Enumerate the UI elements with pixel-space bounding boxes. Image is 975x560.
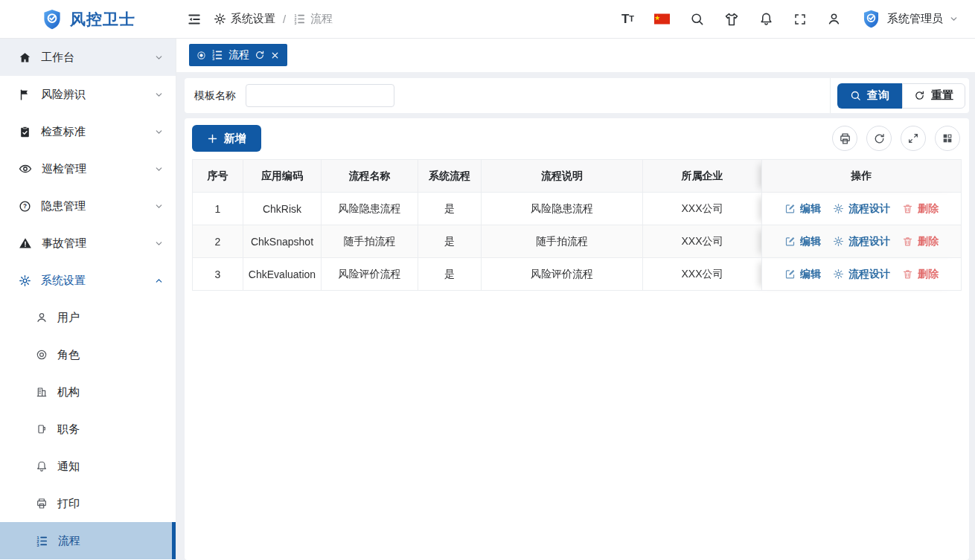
- header-no: 序号: [193, 160, 243, 193]
- user-menu[interactable]: 系统管理员: [861, 9, 959, 29]
- workflow-table: 序号 应用编码 流程名称 系统流程 流程说明 所属企业 操作 1 ChkRisk…: [192, 159, 962, 291]
- sidebar-item-accident-management[interactable]: 事故管理: [0, 225, 176, 262]
- sidebar-subitem-label: 流程: [58, 534, 80, 548]
- cell-flow-description: 随手拍流程: [482, 225, 643, 258]
- tab-workflow[interactable]: 123 流程: [189, 44, 287, 66]
- delete-link[interactable]: 删除: [902, 268, 939, 281]
- chevron-down-icon: [154, 90, 164, 100]
- cell-no: 2: [193, 225, 243, 258]
- cell-actions: 编辑 流程设计 删除: [762, 225, 962, 258]
- sidebar-subitem-organization[interactable]: 机构: [0, 373, 176, 411]
- add-button[interactable]: 新增: [192, 125, 261, 152]
- sidebar-subitem-roles[interactable]: 角色: [0, 336, 176, 373]
- flag-icon: [19, 88, 31, 101]
- cell-system-flow: 是: [418, 193, 482, 225]
- flow-design-link[interactable]: 流程设计: [833, 235, 890, 248]
- fullscreen-icon[interactable]: [793, 13, 807, 26]
- breadcrumb-separator: /: [283, 13, 286, 25]
- logo-shield-icon: [41, 8, 63, 30]
- printer-icon: [36, 498, 48, 509]
- tab-refresh-icon[interactable]: [255, 50, 265, 60]
- tab-close-icon[interactable]: [270, 51, 280, 60]
- bell-icon: [36, 460, 48, 472]
- sidebar-item-inspection-standard[interactable]: 检查标准: [0, 113, 176, 150]
- sidebar-subitem-label: 机构: [57, 385, 80, 399]
- sidebar-subitem-label: 职务: [57, 422, 80, 437]
- refresh-icon[interactable]: [866, 126, 892, 151]
- query-button[interactable]: 查询: [837, 83, 902, 109]
- reset-button[interactable]: 重置: [902, 83, 965, 109]
- theme-shirt-icon[interactable]: [724, 12, 739, 27]
- table-toolbar: 新增: [192, 125, 962, 152]
- sidebar-subitem-workflow[interactable]: 123 流程: [0, 522, 176, 559]
- template-name-input[interactable]: [246, 84, 394, 107]
- trash-icon: [902, 268, 913, 280]
- cell-flow-name: 风险评价流程: [322, 258, 418, 291]
- font-size-icon[interactable]: TT: [621, 13, 634, 25]
- delete-link-label: 删除: [918, 268, 939, 281]
- gear-icon: [833, 236, 844, 247]
- cell-app-code: ChkRisk: [243, 193, 322, 225]
- delete-link[interactable]: 删除: [902, 202, 939, 216]
- search-actions: 查询 重置: [830, 78, 965, 113]
- sidebar-collapse-icon[interactable]: [187, 12, 202, 27]
- search-icon[interactable]: [690, 12, 704, 26]
- flow-design-link[interactable]: 流程设计: [833, 268, 890, 281]
- user-icon: [36, 312, 48, 324]
- refresh-icon: [914, 90, 925, 101]
- breadcrumb-section[interactable]: 系统设置: [214, 12, 275, 26]
- cell-app-code: ChkSnapshot: [243, 225, 322, 258]
- radio-dot-icon: [196, 51, 206, 60]
- edit-link-label: 编辑: [800, 268, 821, 281]
- print-icon[interactable]: [832, 126, 857, 151]
- sidebar-subitem-print[interactable]: 打印: [0, 485, 176, 522]
- breadcrumb-page: 123 流程: [293, 12, 333, 26]
- sidebar-item-label: 风险辨识: [41, 88, 86, 102]
- flow-design-link-label: 流程设计: [848, 202, 890, 216]
- bell-icon[interactable]: [759, 12, 773, 26]
- profile-icon[interactable]: [827, 12, 841, 26]
- cell-company: XXX公司: [643, 258, 762, 291]
- sidebar-subitem-users[interactable]: 用户: [0, 299, 176, 336]
- chevron-down-icon: [949, 14, 959, 24]
- chevron-down-icon: [154, 164, 164, 174]
- header-system-flow: 系统流程: [418, 160, 482, 193]
- cell-actions: 编辑 流程设计 删除: [762, 193, 962, 225]
- expand-icon[interactable]: [901, 126, 926, 151]
- sidebar-subitem-label: 打印: [57, 497, 80, 511]
- sidebar-subitem-notifications[interactable]: 通知: [0, 448, 176, 485]
- sidebar-item-system-settings[interactable]: 系统设置: [0, 262, 176, 299]
- sidebar-item-workbench[interactable]: 工作台: [0, 39, 176, 76]
- breadcrumb-section-label: 系统设置: [231, 12, 275, 26]
- table-row: 2 ChkSnapshot 随手拍流程 是 随手拍流程 XXX公司 编辑 流程设…: [193, 225, 962, 258]
- search-icon: [850, 90, 861, 101]
- svg-text:3: 3: [212, 57, 214, 61]
- delete-link-label: 删除: [918, 235, 939, 248]
- sidebar-subitem-label: 通知: [57, 460, 80, 474]
- plus-icon: [207, 133, 218, 144]
- sidebar-item-hazard-management[interactable]: ? 隐患管理: [0, 187, 176, 225]
- gear-icon: [19, 274, 31, 287]
- home-icon: [19, 51, 31, 64]
- ordered-list-icon: 123: [36, 535, 48, 547]
- user-name: 系统管理员: [887, 12, 943, 26]
- cell-company: XXX公司: [643, 193, 762, 225]
- edit-link-label: 编辑: [800, 235, 821, 248]
- sidebar-item-label: 事故管理: [42, 236, 86, 251]
- sidebar-item-risk-identification[interactable]: 风险辨识: [0, 76, 176, 113]
- delete-link[interactable]: 删除: [902, 235, 939, 248]
- edit-link[interactable]: 编辑: [784, 202, 821, 216]
- edit-link[interactable]: 编辑: [784, 268, 821, 281]
- chevron-down-icon: [154, 202, 164, 211]
- flow-design-link[interactable]: 流程设计: [833, 202, 890, 216]
- columns-grid-icon[interactable]: [935, 126, 960, 151]
- edit-icon: [784, 203, 796, 214]
- sidebar-subitem-positions[interactable]: 职务: [0, 411, 176, 448]
- header-app-code: 应用编码: [243, 160, 322, 193]
- trash-icon: [902, 203, 913, 214]
- language-flag-icon[interactable]: [654, 13, 670, 25]
- edit-link[interactable]: 编辑: [784, 235, 821, 248]
- sidebar-item-patrol-management[interactable]: 巡检管理: [0, 150, 176, 187]
- cell-app-code: ChkEvaluation: [243, 258, 322, 291]
- cell-system-flow: 是: [418, 225, 482, 258]
